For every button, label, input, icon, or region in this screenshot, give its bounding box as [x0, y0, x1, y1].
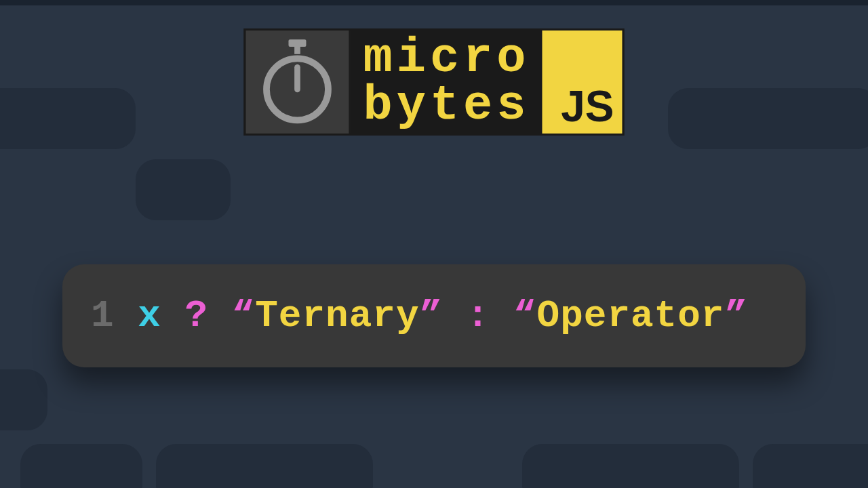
js-badge: JS [542, 30, 623, 134]
token-string-2: Operator [537, 294, 725, 338]
bg-shape [0, 88, 136, 149]
stopwatch-icon [245, 30, 351, 134]
bg-shape [20, 444, 142, 488]
brand-line-1: micro [363, 35, 530, 81]
bg-shape [136, 159, 231, 220]
token-close-quote-1: ” [420, 294, 443, 338]
token-variable: x [138, 294, 161, 338]
line-number: 1 [91, 294, 115, 338]
token-open-quote-1: “ [232, 294, 256, 338]
brand-text: micro bytes [351, 30, 542, 134]
bg-shape [753, 444, 868, 488]
brand-line-2: bytes [363, 83, 530, 129]
bg-shape [522, 444, 739, 488]
code-line: 1 x ? “Ternary” : “Operator” [91, 294, 777, 338]
bg-shape [0, 369, 47, 430]
js-badge-text: JS [561, 85, 614, 128]
bg-shape [668, 88, 868, 149]
token-string-1: Ternary [255, 294, 419, 338]
top-bar [0, 0, 868, 5]
svg-rect-1 [294, 45, 300, 54]
token-colon: : [467, 294, 490, 338]
code-card: 1 x ? “Ternary” : “Operator” [62, 264, 806, 367]
bg-shape [156, 444, 373, 488]
token-open-quote-2: “ [513, 294, 537, 338]
token-question: ? [184, 294, 208, 338]
brand-logo: micro bytes JS [243, 28, 624, 136]
token-close-quote-2: ” [724, 294, 748, 338]
